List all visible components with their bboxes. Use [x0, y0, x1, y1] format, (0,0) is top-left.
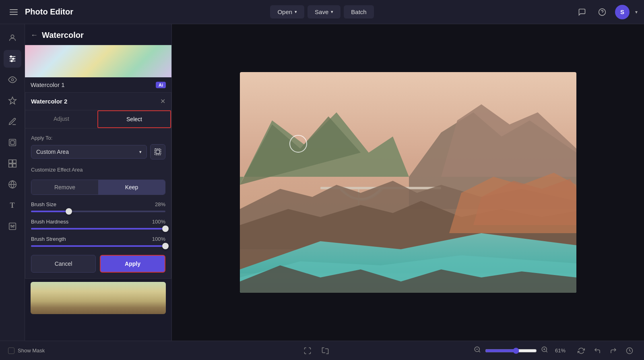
zoom-value: 61%	[552, 348, 568, 354]
customize-section: Customize Effect Area	[31, 166, 165, 173]
brush-hardness-group: Brush Hardness 100%	[31, 219, 165, 230]
brush-hardness-value: 100%	[152, 219, 165, 225]
show-mask-area: Show Mask	[8, 348, 159, 354]
zoom-slider[interactable]	[485, 348, 537, 354]
sidebar-btn-retouch[interactable]	[4, 113, 21, 130]
svg-marker-9	[8, 97, 16, 104]
undo-button[interactable]	[591, 344, 604, 357]
action-buttons: Cancel Apply	[25, 253, 171, 278]
apply-to-label: Apply To:	[31, 135, 165, 141]
sidebar-btn-watermark[interactable]	[4, 217, 21, 235]
hamburger-icon	[10, 9, 18, 15]
svg-point-7	[11, 60, 12, 62]
svg-rect-13	[12, 160, 16, 163]
brush-strength-header: Brush Strength 100%	[31, 236, 165, 242]
apply-to-controls: Custom Area ▾	[31, 144, 165, 159]
brush-size-thumb[interactable]	[66, 208, 72, 215]
open-button[interactable]: Open ▾	[270, 5, 304, 19]
sidebar-btn-effects[interactable]	[4, 92, 21, 110]
app-title: Photo Editor	[25, 7, 73, 17]
brush-strength-label: Brush Strength	[31, 236, 66, 242]
brush-size-track	[31, 211, 165, 212]
brush-strength-track	[31, 245, 165, 247]
brush-hardness-thumb[interactable]	[162, 226, 169, 232]
svg-point-1	[11, 35, 14, 38]
crop-button[interactable]	[319, 344, 332, 357]
brush-size-group: Brush Size 28%	[31, 201, 165, 212]
bottom-bar: Show Mask 61%	[0, 341, 644, 360]
zoom-controls: 61%	[474, 346, 568, 355]
brush-hardness-label: Brush Hardness	[31, 219, 68, 225]
customize-label: Customize Effect Area	[31, 167, 83, 173]
save-button[interactable]: Save ▾	[308, 5, 341, 19]
sidebar-btn-portraits[interactable]	[4, 29, 21, 47]
panel-header: ← Watercolor	[25, 24, 171, 45]
sidebar-btn-layers[interactable]	[4, 134, 21, 151]
main-area: T ← Watercolor Watercolor 1 Ai Watercolo…	[0, 24, 644, 341]
tab-adjust[interactable]: Adjust	[25, 110, 97, 128]
sidebar-btn-textures[interactable]	[4, 176, 21, 193]
mask-button[interactable]	[150, 144, 165, 159]
show-mask-checkbox[interactable]	[8, 348, 14, 354]
canvas-svg	[240, 72, 576, 293]
watercolor2-close-button[interactable]: ✕	[160, 97, 165, 105]
topbar: Photo Editor Open ▾ Save ▾ Batch S ▾	[0, 0, 644, 24]
fit-screen-button[interactable]	[301, 344, 314, 357]
canvas-image	[240, 72, 576, 293]
apply-to-dropdown[interactable]: Custom Area ▾	[31, 145, 147, 159]
zoom-in-button[interactable]	[541, 346, 548, 355]
hamburger-button[interactable]	[6, 5, 21, 19]
canvas-area	[172, 24, 644, 341]
history-button[interactable]	[623, 344, 636, 357]
topbar-right: S ▾	[374, 5, 638, 19]
cancel-button[interactable]: Cancel	[31, 255, 96, 273]
svg-rect-11	[10, 141, 14, 144]
effects-panel: ← Watercolor Watercolor 1 Ai Watercolor …	[25, 24, 172, 341]
chat-icon-button[interactable]	[575, 5, 589, 19]
batch-button[interactable]: Batch	[344, 5, 374, 19]
sidebar-btn-eye[interactable]	[4, 71, 21, 89]
remove-button[interactable]: Remove	[31, 180, 98, 194]
sidebar-btn-text[interactable]: T	[4, 197, 21, 214]
sidebar-btn-objects[interactable]	[4, 155, 21, 172]
keep-button[interactable]: Keep	[98, 180, 165, 194]
svg-line-37	[479, 351, 480, 352]
svg-rect-10	[9, 139, 16, 146]
ai-badge: Ai	[156, 82, 166, 88]
back-button[interactable]: ←	[31, 31, 38, 39]
watercolor1-row: Watercolor 1 Ai	[25, 77, 171, 92]
brush-size-header: Brush Size 28%	[31, 201, 165, 207]
panel-title: Watercolor	[42, 31, 84, 40]
brush-size-fill	[31, 211, 69, 212]
svg-line-40	[546, 351, 547, 352]
brush-size-value: 28%	[155, 201, 165, 207]
help-icon-button[interactable]	[595, 5, 609, 19]
tab-select[interactable]: Select	[97, 110, 171, 128]
brush-strength-thumb[interactable]	[162, 243, 169, 249]
icon-sidebar: T	[0, 24, 25, 341]
apply-to-section: Apply To: Custom Area ▾	[31, 135, 165, 159]
palm-thumbnail	[31, 282, 166, 314]
svg-rect-12	[8, 160, 12, 163]
redo-button[interactable]	[607, 344, 620, 357]
brush-strength-group: Brush Strength 100%	[31, 236, 165, 247]
svg-point-8	[11, 79, 14, 81]
apply-button[interactable]: Apply	[100, 255, 165, 273]
brush-strength-fill	[31, 245, 165, 247]
avatar-button[interactable]: S	[615, 5, 630, 19]
sidebar-btn-adjustments[interactable]	[4, 50, 21, 68]
topbar-left: Photo Editor	[6, 5, 270, 19]
svg-point-6	[12, 58, 14, 60]
svg-point-5	[10, 56, 12, 58]
svg-rect-15	[12, 164, 16, 167]
reset-view-button[interactable]	[575, 344, 588, 357]
remove-keep-row: Remove Keep	[31, 180, 165, 195]
watercolor2-panel: Watercolor 2 ✕ Adjust Select Apply To: C…	[25, 92, 171, 279]
avatar-caret[interactable]: ▾	[635, 9, 638, 15]
tabs-row: Adjust Select	[25, 110, 171, 128]
svg-rect-20	[156, 150, 160, 154]
zoom-out-button[interactable]	[474, 346, 481, 355]
brush-size-label: Brush Size	[31, 201, 56, 207]
brush-hardness-track	[31, 228, 165, 230]
controls-area: Apply To: Custom Area ▾	[25, 128, 171, 253]
